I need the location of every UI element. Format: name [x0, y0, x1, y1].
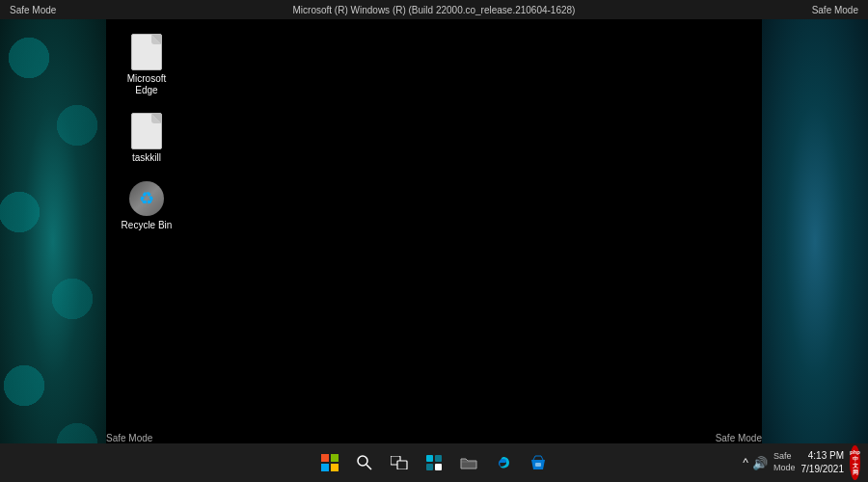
svg-rect-1 [331, 454, 339, 462]
taskkill-file-icon [131, 113, 162, 149]
svg-rect-9 [435, 455, 442, 462]
file-explorer-button[interactable] [453, 447, 484, 478]
recycle-bin-icon-label: Recycle Bin [122, 220, 173, 231]
recycle-bin-icon: ♻ [129, 181, 164, 216]
desktop-icon-recycle-bin[interactable]: ♻ Recycle Bin [116, 175, 177, 235]
windows-logo-icon [321, 454, 339, 471]
top-bar-safe-mode-right: Safe Mode [812, 5, 858, 15]
recycle-bin-icon-img: ♻ [127, 179, 166, 218]
php-badge-text: php中文网 [850, 449, 860, 477]
widgets-button[interactable] [419, 447, 449, 478]
svg-point-4 [358, 456, 367, 466]
top-bar-safe-mode-left: Safe Mode [10, 5, 56, 15]
system-tray: ^ 🔊 [743, 456, 768, 470]
safe-mode-badge: Safe Mode [773, 451, 796, 473]
taskbar-center [106, 447, 762, 478]
taskbar-clock: 4:13 PM 7/19/2021 [801, 449, 845, 476]
desktop [106, 19, 762, 463]
svg-rect-2 [321, 464, 329, 471]
edge-taskbar-button[interactable] [488, 447, 519, 478]
clock-time: 4:13 PM [808, 449, 844, 463]
chevron-up-icon[interactable]: ^ [743, 456, 748, 469]
store-icon [530, 455, 546, 470]
taskbar: windows report [0, 443, 868, 482]
svg-line-5 [366, 465, 371, 469]
edge-taskbar-icon [496, 455, 511, 470]
top-bar: Safe Mode Microsoft (R) Windows (R) (Bui… [0, 0, 868, 19]
task-view-icon [391, 456, 408, 469]
svg-rect-8 [426, 455, 433, 462]
edge-icon-img [127, 33, 166, 71]
php-badge[interactable]: php中文网 [850, 445, 860, 480]
store-button[interactable] [523, 447, 554, 478]
wallpaper-right [762, 0, 868, 482]
recycle-symbol: ♻ [139, 188, 154, 209]
taskkill-icon-label: taskkill [132, 152, 161, 164]
safe-mode-label: Safe Mode [773, 451, 796, 473]
clock-date: 7/19/2021 [801, 463, 845, 476]
bottom-safe-mode-left: Safe Mode [106, 433, 152, 443]
search-icon [357, 455, 372, 470]
search-button[interactable] [349, 447, 380, 478]
wallpaper-left [0, 0, 106, 482]
svg-rect-7 [397, 461, 407, 469]
desktop-icon-edge[interactable]: MicrosoftEdge [116, 29, 177, 100]
taskkill-icon-img [127, 112, 166, 150]
svg-rect-12 [535, 463, 541, 467]
desktop-icon-taskkill[interactable]: taskkill [116, 108, 177, 168]
svg-rect-0 [321, 454, 329, 462]
desktop-icons-area: MicrosoftEdge taskkill ♻ Recycle Bin [106, 19, 177, 235]
svg-rect-10 [426, 464, 433, 470]
edge-icon-label: MicrosoftEdge [127, 73, 167, 96]
top-bar-center-text: Microsoft (R) Windows (R) (Build 22000.c… [56, 5, 811, 15]
task-view-button[interactable] [384, 447, 415, 478]
taskbar-right: ^ 🔊 Safe Mode 4:13 PM 7/19/2021 php中文网 [762, 445, 868, 480]
start-button[interactable] [314, 447, 345, 478]
volume-icon[interactable]: 🔊 [752, 456, 768, 470]
file-explorer-icon [460, 455, 477, 470]
svg-rect-3 [331, 464, 339, 471]
bottom-safe-mode-right: Safe Mode [716, 433, 762, 443]
svg-rect-11 [435, 464, 442, 470]
widgets-icon [426, 455, 442, 470]
edge-file-icon [131, 34, 162, 70]
